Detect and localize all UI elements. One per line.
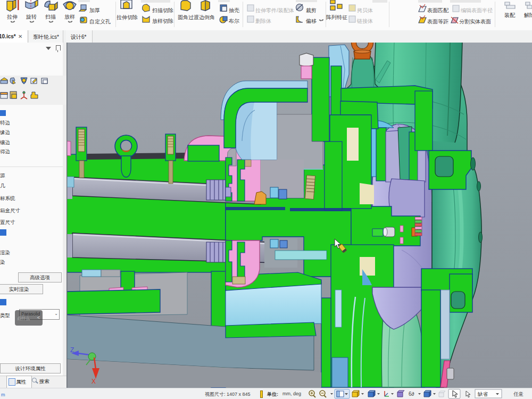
svg-text:缺省: 缺省	[477, 391, 488, 397]
svg-text:X: X	[92, 378, 96, 385]
svg-text:任意: 任意	[513, 391, 524, 397]
svg-text:6∂: 6∂	[409, 391, 414, 397]
svg-text:Z: Z	[70, 346, 74, 354]
